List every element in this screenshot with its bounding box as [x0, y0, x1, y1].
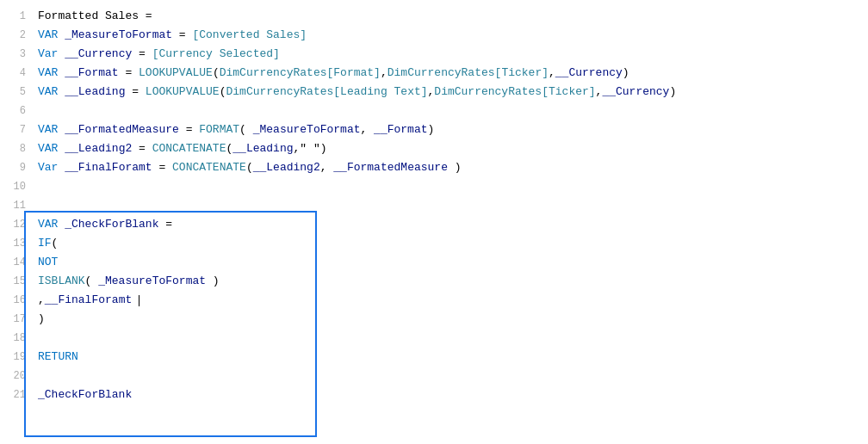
line-content: [38, 196, 861, 215]
code-line: 3Var __Currency = [Currency Selected]: [0, 45, 868, 64]
line-number: 7: [7, 120, 26, 139]
line-number: 2: [7, 26, 26, 45]
line-content: RETURN: [38, 348, 861, 367]
line-number: 9: [7, 158, 26, 177]
line-number: 20: [7, 367, 26, 385]
line-number: 15: [7, 272, 26, 291]
line-content: Formatted Sales =: [38, 7, 861, 26]
line-number: 8: [7, 139, 26, 158]
code-line: 9Var __FinalForamt = CONCATENATE(__Leadi…: [0, 158, 868, 177]
line-number: 13: [7, 234, 26, 253]
code-line: 12VAR _CheckForBlank =: [0, 215, 868, 234]
line-number: 6: [7, 102, 26, 120]
code-line: 21_CheckForBlank: [0, 385, 868, 404]
line-content: [38, 329, 861, 348]
code-line: 18: [0, 329, 868, 348]
line-content: ): [38, 310, 861, 329]
code-container: 1Formatted Sales =2VAR _MeasureToFormat …: [0, 7, 868, 437]
code-line: 17): [0, 310, 868, 329]
code-line: 1Formatted Sales =: [0, 7, 868, 26]
line-content: VAR _MeasureToFormat = [Converted Sales]: [38, 26, 861, 45]
line-number: 19: [7, 348, 26, 367]
line-content: VAR __Leading = LOOKUPVALUE(DimCurrencyR…: [38, 83, 861, 102]
code-line: 15 ISBLANK( _MeasureToFormat ): [0, 272, 868, 291]
code-line: 7VAR __FormatedMeasure = FORMAT( _Measur…: [0, 120, 868, 139]
line-number: 21: [7, 385, 26, 404]
line-number: 5: [7, 83, 26, 102]
code-line: 11: [0, 196, 868, 215]
code-line: 16 ,__FinalForamt: [0, 291, 868, 310]
line-number: 14: [7, 253, 26, 272]
line-number: 4: [7, 64, 26, 83]
code-line: 4VAR __Format = LOOKUPVALUE(DimCurrencyR…: [0, 64, 868, 83]
line-number: 11: [7, 196, 26, 215]
code-line: 10: [0, 177, 868, 196]
line-content: [38, 367, 861, 385]
line-content: ,__FinalForamt: [38, 291, 861, 310]
line-content: [38, 102, 861, 120]
text-cursor: [139, 295, 140, 306]
line-content: [38, 177, 861, 196]
line-number: 17: [7, 310, 26, 329]
line-number: 18: [7, 329, 26, 348]
code-line: 8VAR __Leading2 = CONCATENATE(__Leading,…: [0, 139, 868, 158]
line-content: ISBLANK( _MeasureToFormat ): [38, 272, 861, 291]
line-number: 16: [7, 291, 26, 310]
code-line: 6: [0, 102, 868, 120]
line-number: 3: [7, 45, 26, 64]
line-number: 1: [7, 7, 26, 26]
line-content: Var __Currency = [Currency Selected]: [38, 45, 861, 64]
line-number: 12: [7, 215, 26, 234]
code-line: 5VAR __Leading = LOOKUPVALUE(DimCurrency…: [0, 83, 868, 102]
code-editor[interactable]: 1Formatted Sales =2VAR _MeasureToFormat …: [0, 0, 868, 444]
line-content: VAR _CheckForBlank =: [38, 215, 861, 234]
line-content: VAR __Leading2 = CONCATENATE(__Leading,"…: [38, 139, 861, 158]
line-content: Var __FinalForamt = CONCATENATE(__Leadin…: [38, 158, 861, 177]
line-content: IF(: [38, 234, 861, 253]
code-line: 2VAR _MeasureToFormat = [Converted Sales…: [0, 26, 868, 45]
line-content: VAR __Format = LOOKUPVALUE(DimCurrencyRa…: [38, 64, 861, 83]
code-line: 13IF(: [0, 234, 868, 253]
code-line: 19RETURN: [0, 348, 868, 367]
line-content: NOT: [38, 253, 861, 272]
line-content: _CheckForBlank: [38, 385, 861, 404]
line-number: 10: [7, 177, 26, 196]
code-line: 20: [0, 367, 868, 385]
code-line: 14 NOT: [0, 253, 868, 272]
line-content: VAR __FormatedMeasure = FORMAT( _Measure…: [38, 120, 861, 139]
